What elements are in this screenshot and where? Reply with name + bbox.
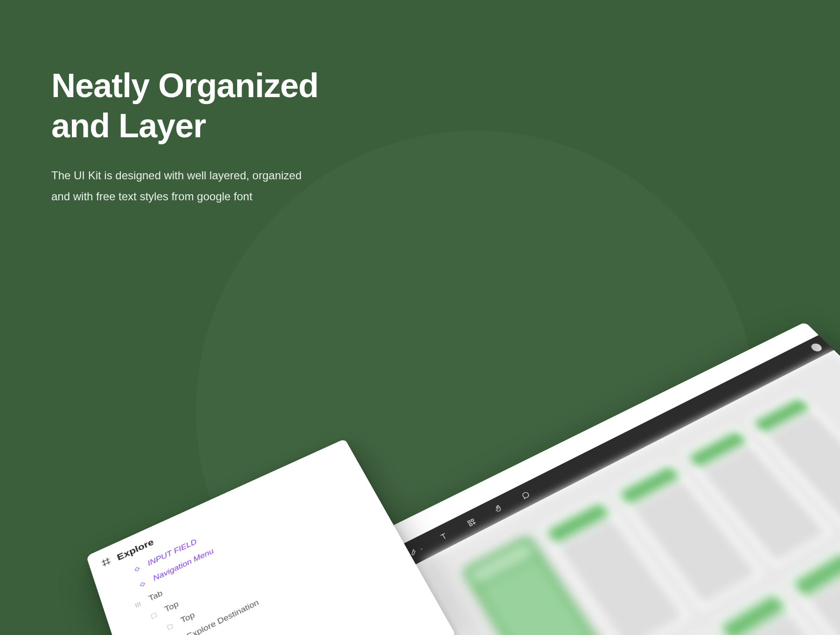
avatar[interactable] xyxy=(809,342,824,353)
svg-line-25 xyxy=(135,604,137,607)
svg-line-26 xyxy=(137,603,139,607)
svg-rect-16 xyxy=(469,523,473,526)
component-icon xyxy=(137,579,148,590)
svg-rect-24 xyxy=(140,582,145,586)
svg-rect-23 xyxy=(135,567,139,571)
svg-rect-29 xyxy=(167,624,173,629)
frame-dots-icon xyxy=(148,609,160,621)
component-icon xyxy=(131,563,143,575)
frame-icon xyxy=(100,557,112,570)
svg-line-27 xyxy=(139,602,140,606)
svg-line-13 xyxy=(443,535,445,539)
svg-rect-14 xyxy=(468,521,470,523)
svg-rect-28 xyxy=(151,613,157,618)
layer-label: Top xyxy=(180,611,196,626)
layer-label: Tab xyxy=(147,589,164,603)
svg-rect-15 xyxy=(471,519,474,522)
layer-label: Top xyxy=(163,600,180,614)
group-icon xyxy=(132,599,144,611)
frame-dots-icon xyxy=(164,621,176,633)
